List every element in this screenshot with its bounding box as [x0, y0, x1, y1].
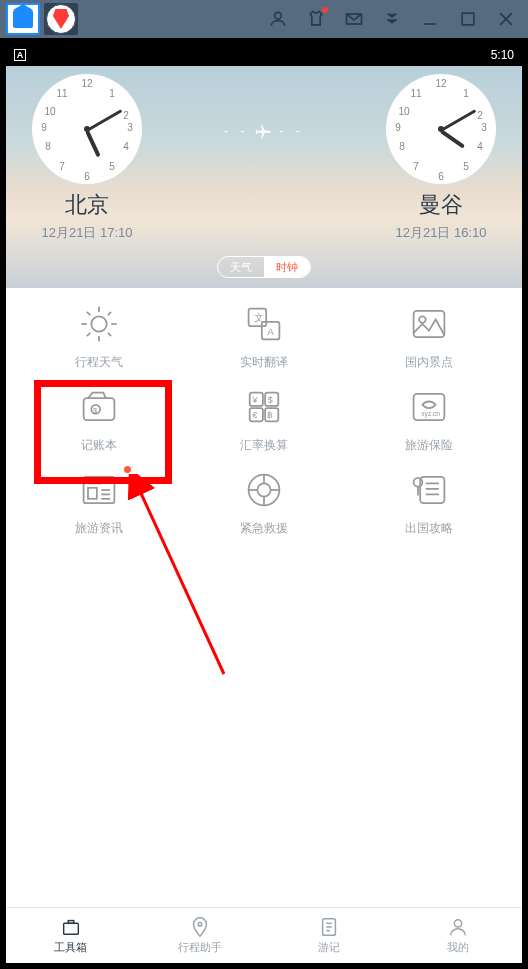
nav-itinerary[interactable]: 行程助手	[135, 908, 264, 963]
bottom-nav: 工具箱 行程助手 游记 我的	[6, 907, 522, 963]
grid-label: 出国攻略	[405, 520, 453, 537]
grid-item-translate[interactable]: 文A 实时翻译	[181, 302, 346, 371]
lifebuoy-icon	[242, 468, 286, 512]
svg-text:¥: ¥	[251, 395, 257, 405]
grid-item-news[interactable]: 旅游资讯	[16, 468, 181, 537]
nav-label: 工具箱	[54, 940, 87, 955]
shirt-icon[interactable]	[306, 9, 326, 29]
city2-name: 曼谷	[419, 190, 463, 220]
flight-decoration: - - - -	[224, 122, 304, 140]
svg-rect-52	[63, 923, 78, 934]
status-bar: A 5:10	[6, 44, 522, 66]
clock-face-2: 121234567891011	[386, 74, 496, 184]
titlebar-controls	[268, 9, 516, 29]
home-tab[interactable]	[6, 3, 40, 35]
minute-hand	[440, 109, 476, 132]
svg-text:€: €	[252, 410, 257, 420]
grid-label: 旅游资讯	[75, 520, 123, 537]
svg-point-54	[198, 922, 202, 926]
svg-line-13	[107, 312, 110, 315]
grid-item-insurance[interactable]: xyz.cn 旅游保险	[347, 385, 512, 454]
clock-face-1: 121234567891011	[32, 74, 142, 184]
main-window: A 5:10 121234567891011 北京 12月21日 17:10	[0, 0, 528, 969]
maximize-button[interactable]	[458, 9, 478, 29]
minimize-button[interactable]	[420, 9, 440, 29]
svg-point-0	[275, 12, 282, 19]
translate-icon: 文A	[242, 302, 286, 346]
grid-item-weather[interactable]: 行程天气	[16, 302, 181, 371]
svg-line-11	[87, 312, 90, 315]
svg-line-14	[87, 333, 90, 336]
svg-text:文: 文	[254, 312, 264, 323]
grid-label: 汇率换算	[240, 437, 288, 454]
svg-text:$: $	[93, 406, 98, 415]
city1-datetime: 12月21日 17:10	[41, 224, 132, 242]
grid-item-scenic[interactable]: 国内景点	[347, 302, 512, 371]
grid-label: 国内景点	[405, 354, 453, 371]
nav-label: 游记	[318, 940, 340, 955]
close-button[interactable]	[496, 9, 516, 29]
svg-rect-19	[414, 311, 445, 337]
wallet-icon: $	[77, 385, 121, 429]
guide-icon	[407, 468, 451, 512]
svg-rect-46	[421, 477, 445, 503]
svg-point-59	[454, 920, 461, 927]
grid-label: 记账本	[81, 437, 117, 454]
photo-icon	[407, 302, 451, 346]
app-logo-icon	[46, 4, 76, 34]
hour-hand	[440, 129, 465, 148]
nav-label: 行程助手	[178, 940, 222, 955]
app-content: 121234567891011 北京 12月21日 17:10 - - - -	[6, 66, 522, 963]
svg-rect-21	[83, 398, 114, 420]
segment-control: 天气 时钟	[217, 256, 311, 278]
currency-icon: ¥$€฿	[242, 385, 286, 429]
dropdown-icon[interactable]	[382, 9, 402, 29]
svg-rect-53	[68, 921, 74, 924]
sun-icon	[77, 302, 121, 346]
insurance-icon: xyz.cn	[407, 385, 451, 429]
profile-icon[interactable]	[268, 9, 288, 29]
emulator-titlebar	[0, 0, 528, 38]
minute-hand	[86, 109, 122, 132]
nav-profile[interactable]: 我的	[393, 908, 522, 963]
grid-item-ledger[interactable]: $ 记账本	[16, 385, 181, 454]
grid-item-guide[interactable]: 出国攻略	[347, 468, 512, 537]
hour-hand	[85, 130, 100, 157]
nav-notes[interactable]: 游记	[264, 908, 393, 963]
mail-icon[interactable]	[344, 9, 364, 29]
grid-label: 实时翻译	[240, 354, 288, 371]
grid-item-emergency[interactable]: 紧急救援	[181, 468, 346, 537]
grid-label: 行程天气	[75, 354, 123, 371]
status-time: 5:10	[491, 48, 514, 62]
svg-text:฿: ฿	[267, 410, 273, 420]
nav-toolbox[interactable]: 工具箱	[6, 908, 135, 963]
svg-point-20	[419, 316, 426, 323]
clock-header: 121234567891011 北京 12月21日 17:10 - - - -	[6, 66, 522, 288]
svg-text:$: $	[268, 395, 273, 405]
home-icon	[13, 10, 33, 28]
grid-item-exchange[interactable]: ¥$€฿ 汇率换算	[181, 385, 346, 454]
tool-grid: 行程天气 文A 实时翻译 国内景点 $ 记账本 ¥$€฿ 汇率换算	[6, 288, 522, 537]
svg-text:xyz.cn: xyz.cn	[422, 410, 441, 418]
svg-point-41	[257, 483, 270, 496]
seg-clock[interactable]: 时钟	[264, 257, 310, 277]
svg-rect-3	[462, 13, 474, 25]
svg-point-6	[91, 316, 106, 331]
city2-datetime: 12月21日 16:10	[395, 224, 486, 242]
grid-label: 紧急救援	[240, 520, 288, 537]
nav-label: 我的	[447, 940, 469, 955]
spacer	[6, 537, 522, 907]
news-icon	[77, 468, 121, 512]
grid-label: 旅游保险	[405, 437, 453, 454]
app-tab[interactable]	[44, 3, 78, 35]
titlebar-tabs	[6, 0, 78, 38]
status-logo: A	[14, 49, 26, 61]
svg-rect-36	[88, 488, 97, 499]
clock-city2: 121234567891011 曼谷 12月21日 16:10	[366, 74, 516, 242]
phone-frame: A 5:10 121234567891011 北京 12月21日 17:10	[0, 38, 528, 969]
svg-line-12	[107, 333, 110, 336]
clock-city1: 121234567891011 北京 12月21日 17:10	[12, 74, 162, 242]
seg-weather[interactable]: 天气	[218, 257, 264, 277]
notification-dot	[124, 466, 131, 473]
city1-name: 北京	[65, 190, 109, 220]
